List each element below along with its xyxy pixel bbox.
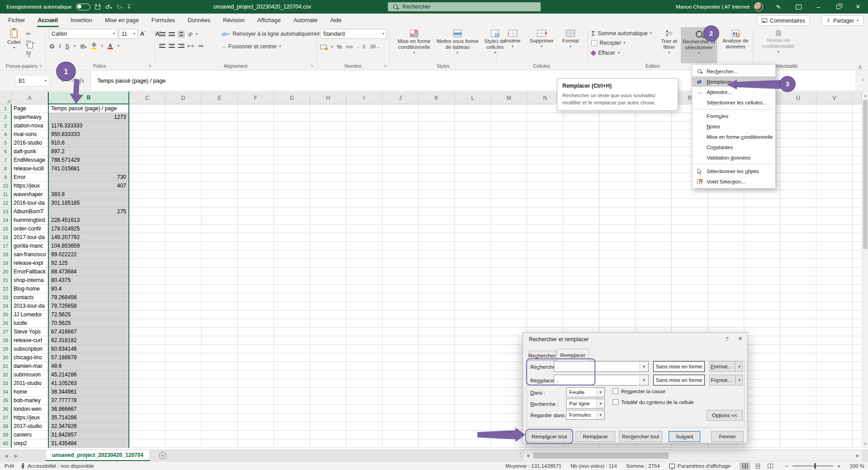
cell-a21[interactable]: shop-interna <box>12 276 48 285</box>
cell-b14[interactable]: 228.451613 <box>49 216 128 225</box>
menu-item-validation-donn-es[interactable]: Validation données <box>692 152 775 163</box>
cell-b11[interactable]: 383.8 <box>49 190 128 199</box>
row-header-34[interactable]: 34 <box>0 388 12 396</box>
ribbon-tab-aide[interactable]: Aide <box>324 14 348 27</box>
row-header-22[interactable]: 22 <box>0 285 12 293</box>
column-header-d[interactable]: D <box>165 92 202 104</box>
menu-item-formules[interactable]: Formules <box>692 111 775 121</box>
ribbon-display-options-icon[interactable]: ↑ <box>788 0 808 14</box>
font-size-select[interactable]: 11▾ <box>119 29 138 39</box>
cell-b17[interactable]: 104.853659 <box>49 242 128 250</box>
comments-button[interactable]: Commentaires <box>757 15 810 26</box>
column-header-partial[interactable] <box>853 92 862 104</box>
share-button[interactable]: ⇪ Partager ▾ <box>821 15 863 26</box>
row-header-10[interactable]: 10 <box>0 182 12 190</box>
cell-a1[interactable]: Page <box>12 104 48 113</box>
cell-b36[interactable]: 36.866667 <box>49 405 128 414</box>
insert-cells-button[interactable]: ← Insérer▾ <box>500 30 525 48</box>
ribbon-tab-révision[interactable]: Révision <box>217 14 251 27</box>
find-all-button[interactable]: Rechercher tout <box>619 431 662 442</box>
delete-cells-button[interactable]: × Supprimer▾ <box>527 30 556 48</box>
minimize-button[interactable]: – <box>808 0 828 14</box>
cell-b16[interactable]: 149.207792 <box>49 233 128 242</box>
ribbon-tab-automate[interactable]: Automate <box>287 14 324 27</box>
cell-a4[interactable]: rival-sons <box>12 130 48 139</box>
cell-a36[interactable]: london-wen <box>12 405 48 414</box>
column-header-c[interactable]: C <box>129 92 165 104</box>
cell-a30[interactable]: chicago-linc <box>12 353 48 362</box>
dialog-close-icon[interactable]: × <box>738 334 742 342</box>
menu-item-rechercher[interactable]: Rechercher... <box>692 66 775 76</box>
row-header-4[interactable]: 4 <box>0 130 12 139</box>
scroll-down-icon[interactable]: ▼ <box>863 442 868 446</box>
row-header-39[interactable]: 39 <box>0 431 12 439</box>
data-analysis-button[interactable]: Analyse de données <box>720 30 751 50</box>
number-dialog-launcher[interactable]: ↘ <box>383 63 387 68</box>
cell-a40[interactable]: step2 <box>12 439 48 448</box>
menu-item-s-lectionner-les-cellules[interactable]: Sélectionner les cellules... <box>692 97 775 108</box>
grow-font-button[interactable]: Aˆ <box>140 30 146 37</box>
cell-b27[interactable]: 67.416667 <box>49 328 128 336</box>
cell-b30[interactable]: 57.188679 <box>49 353 128 362</box>
cell-a28[interactable]: release-curt <box>12 336 48 345</box>
look-in-select[interactable]: Formules▼ <box>566 410 605 420</box>
cell-a16[interactable]: 2017-tour-da <box>12 233 48 242</box>
close-button[interactable]: × <box>848 0 868 14</box>
sort-filter-button[interactable]: AZ▽ Trier et filtrer▾ <box>658 30 680 54</box>
search-box[interactable]: Rechercher <box>388 2 541 11</box>
align-left-icon[interactable] <box>159 44 165 48</box>
copy-button[interactable]: ▾ <box>26 41 34 46</box>
align-top-icon[interactable] <box>159 32 165 36</box>
next-sheet-icon[interactable]: ▶ <box>14 453 18 458</box>
row-header-20[interactable]: 20 <box>0 268 12 276</box>
zoom-level[interactable]: 100 % <box>849 463 864 469</box>
row-header-6[interactable]: 6 <box>0 147 12 156</box>
cell-b22[interactable]: 80.4 <box>49 285 128 293</box>
row-header-13[interactable]: 13 <box>0 207 12 216</box>
match-entire-checkbox[interactable] <box>613 399 618 405</box>
cell-b39[interactable]: 31.842857 <box>49 431 128 439</box>
search-order-select[interactable]: Par ligne▼ <box>566 399 605 409</box>
align-middle-icon[interactable] <box>169 32 175 36</box>
dialog-help-button[interactable]: ? <box>726 336 728 342</box>
ribbon-tab-insertion[interactable]: Insertion <box>64 14 99 27</box>
row-header-2[interactable]: 2 <box>0 113 12 122</box>
row-header-30[interactable]: 30 <box>0 353 12 362</box>
row-header-25[interactable]: 25 <box>0 310 12 319</box>
menu-item-constantes[interactable]: Constantes <box>692 142 775 152</box>
vertical-scrollbar[interactable]: ▲ ▼ <box>862 92 868 448</box>
underline-caret[interactable]: ▾ <box>74 45 75 47</box>
cell-b9[interactable]: 730 <box>49 173 128 182</box>
cell-a17[interactable]: gorilla-manc <box>12 242 48 250</box>
cell-a9[interactable]: Error <box>12 173 48 182</box>
column-header-e[interactable]: E <box>202 92 238 104</box>
ribbon-tab-accueil[interactable]: Accueil <box>32 14 64 27</box>
display-settings-button[interactable]: Paramètres d'affichage <box>669 463 731 469</box>
prev-sheet-icon[interactable]: ◀ <box>5 453 8 458</box>
cell-a3[interactable]: station-nova <box>12 122 48 130</box>
column-header-k[interactable]: K <box>419 92 455 104</box>
cell-b12[interactable]: 301.185185 <box>49 199 128 207</box>
paste-button[interactable]: Coller▾ <box>5 29 24 49</box>
vertical-scroll-thumb[interactable] <box>863 100 868 249</box>
cell-a29[interactable]: subscription <box>12 345 48 353</box>
column-header-v[interactable]: V <box>816 92 853 104</box>
cell-a7[interactable]: EndMessage <box>12 156 48 164</box>
cell-b8[interactable]: 741.015681 <box>49 164 128 173</box>
customize-qat-icon[interactable]: ∨ <box>127 5 131 9</box>
find-history-icon[interactable]: ▼ <box>639 362 648 371</box>
font-name-select[interactable]: Calibri▾ <box>49 29 118 39</box>
cell-b4[interactable]: 950.833333 <box>49 130 128 139</box>
column-header-f[interactable]: F <box>238 92 274 104</box>
font-dialog-launcher[interactable]: ↘ <box>148 63 152 68</box>
menu-item-notes[interactable]: Notes <box>692 121 775 132</box>
accounting-format-icon[interactable] <box>320 45 327 49</box>
cell-a24[interactable]: 2013-tour-da <box>12 302 48 310</box>
cell-b6[interactable]: 897.2 <box>49 147 128 156</box>
cell-b2[interactable]: 1273 <box>49 113 128 122</box>
menu-item-s-lectionner-les-objets[interactable]: Sélectionner les objets <box>692 166 775 176</box>
within-select[interactable]: Feuille▼ <box>566 387 605 397</box>
cell-b13[interactable]: 275 <box>49 207 128 216</box>
row-header-23[interactable]: 23 <box>0 293 12 302</box>
replace-history-icon[interactable]: ▼ <box>639 375 648 385</box>
